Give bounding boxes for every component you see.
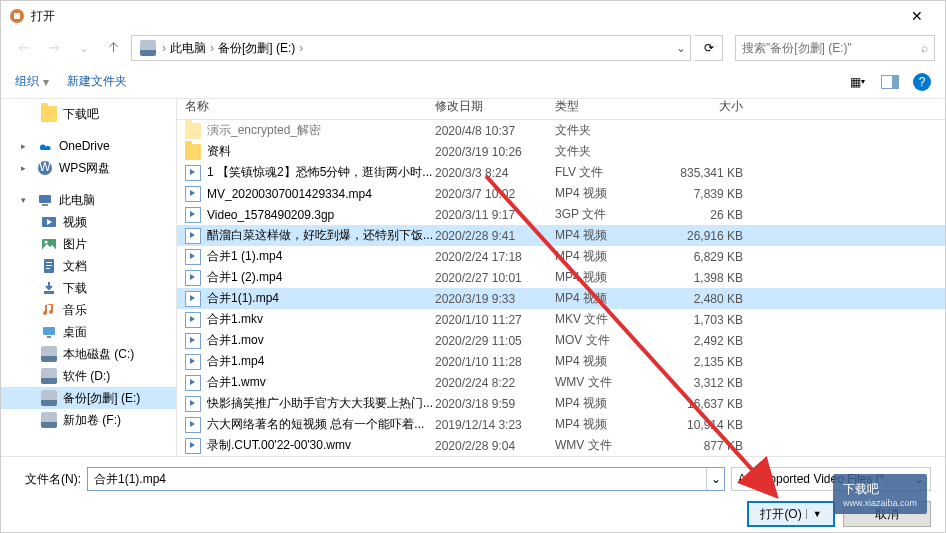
sidebar-item[interactable]: 软件 (D:) bbox=[1, 365, 176, 387]
file-size: 2,135 KB bbox=[655, 355, 755, 369]
file-row[interactable]: 合并1.mp42020/1/10 11:28MP4 视频2,135 KB bbox=[177, 351, 945, 372]
video-file-icon bbox=[185, 270, 201, 286]
file-row[interactable]: 演示_encrypted_解密2020/4/8 10:37文件夹 bbox=[177, 120, 945, 141]
file-date: 2020/3/3 8:24 bbox=[435, 166, 555, 180]
file-row[interactable]: 快影搞笑推广小助手官方大大我要上热门...2020/3/18 9:59MP4 视… bbox=[177, 393, 945, 414]
file-row[interactable]: 合并1 (1).mp42020/2/24 17:18MP4 视频6,829 KB bbox=[177, 246, 945, 267]
cancel-button[interactable]: 取消 bbox=[843, 501, 931, 527]
toolbar: 组织▾ 新建文件夹 ▦▾ ? bbox=[1, 65, 945, 99]
addr-dropdown-icon[interactable]: ⌄ bbox=[676, 41, 686, 55]
search-input[interactable] bbox=[742, 41, 921, 55]
col-type[interactable]: 类型 bbox=[555, 99, 655, 115]
sidebar-item-label: 本地磁盘 (C:) bbox=[63, 346, 134, 363]
filename-input[interactable] bbox=[88, 468, 706, 490]
col-date[interactable]: 修改日期 bbox=[435, 99, 555, 115]
video-file-icon bbox=[185, 312, 201, 328]
new-folder-button[interactable]: 新建文件夹 bbox=[67, 73, 127, 90]
organize-menu[interactable]: 组织 bbox=[15, 73, 39, 90]
file-size: 877 KB bbox=[655, 439, 755, 453]
file-type: MP4 视频 bbox=[555, 395, 655, 412]
file-row[interactable]: 合并1.mkv2020/1/10 11:27MKV 文件1,703 KB bbox=[177, 309, 945, 330]
file-size: 3,312 KB bbox=[655, 376, 755, 390]
video-file-icon bbox=[185, 438, 201, 454]
sidebar-item-label: 备份[勿删] (E:) bbox=[63, 390, 140, 407]
navbar: 🡠 🡢 ⌄ 🡡 › 此电脑 › 备份[勿删] (E:) › ⌄ ⟳ ⌕ bbox=[1, 31, 945, 65]
file-type: MP4 视频 bbox=[555, 248, 655, 265]
bottom-panel: 文件名(N): ⌄ All Supported Video Files (*. … bbox=[1, 456, 945, 533]
address-bar[interactable]: › 此电脑 › 备份[勿删] (E:) › ⌄ bbox=[131, 35, 691, 61]
sidebar-item-label: 软件 (D:) bbox=[63, 368, 110, 385]
sidebar-item[interactable]: ▸WWPS网盘 bbox=[1, 157, 176, 179]
video-file-icon bbox=[185, 207, 201, 223]
sidebar-item[interactable]: ▾此电脑 bbox=[1, 189, 176, 211]
view-options-button[interactable]: ▦▾ bbox=[847, 72, 867, 92]
sidebar-item[interactable]: 本地磁盘 (C:) bbox=[1, 343, 176, 365]
file-row[interactable]: 醋溜白菜这样做，好吃到爆，还特别下饭...2020/2/28 9:41MP4 视… bbox=[177, 225, 945, 246]
file-type: MP4 视频 bbox=[555, 353, 655, 370]
forward-button[interactable]: 🡢 bbox=[41, 35, 67, 61]
sidebar-item[interactable]: 图片 bbox=[1, 233, 176, 255]
file-type: 文件夹 bbox=[555, 143, 655, 160]
crumb-folder[interactable]: 备份[勿删] (E:) bbox=[216, 40, 297, 57]
file-name: 合并1(1).mp4 bbox=[207, 290, 435, 307]
file-row[interactable]: 合并1.wmv2020/2/24 8:22WMV 文件3,312 KB bbox=[177, 372, 945, 393]
file-row[interactable]: Video_1578490209.3gp2020/3/11 9:173GP 文件… bbox=[177, 204, 945, 225]
file-type: FLV 文件 bbox=[555, 164, 655, 181]
file-date: 2020/2/28 9:04 bbox=[435, 439, 555, 453]
file-row[interactable]: 六大网络著名的短视频 总有一个能吓着...2019/12/14 3:23MP4 … bbox=[177, 414, 945, 435]
file-date: 2020/2/28 9:41 bbox=[435, 229, 555, 243]
refresh-button[interactable]: ⟳ bbox=[695, 35, 723, 61]
search-box[interactable]: ⌕ bbox=[735, 35, 935, 61]
file-row[interactable]: 1 【笑镇惊魂2】恐怖5分钟，逛街两小时...2020/3/3 8:24FLV … bbox=[177, 162, 945, 183]
sidebar-item[interactable]: 视频 bbox=[1, 211, 176, 233]
filename-combo[interactable]: ⌄ bbox=[87, 467, 725, 491]
crumb-root[interactable]: 此电脑 bbox=[168, 40, 208, 57]
file-size: 10,914 KB bbox=[655, 418, 755, 432]
file-date: 2020/2/24 17:18 bbox=[435, 250, 555, 264]
file-row[interactable]: 资料2020/3/19 10:26文件夹 bbox=[177, 141, 945, 162]
sidebar-item[interactable]: 下载吧 bbox=[1, 103, 176, 125]
file-size: 2,492 KB bbox=[655, 334, 755, 348]
search-icon[interactable]: ⌕ bbox=[921, 41, 928, 55]
up-button[interactable]: 🡡 bbox=[101, 35, 127, 61]
file-list: 演示_encrypted_解密2020/4/8 10:37文件夹资料2020/3… bbox=[177, 120, 945, 456]
video-file-icon bbox=[185, 417, 201, 433]
file-row[interactable]: 合并1(1).mp42020/3/19 9:33MP4 视频2,480 KB bbox=[177, 288, 945, 309]
sidebar-item[interactable]: ▸OneDrive bbox=[1, 135, 176, 157]
file-row[interactable]: 录制.CUT.00'22-00'30.wmv2020/2/28 9:04WMV … bbox=[177, 435, 945, 456]
drive-icon bbox=[140, 40, 156, 56]
file-size: 1,398 KB bbox=[655, 271, 755, 285]
sidebar-item[interactable]: 新加卷 (F:) bbox=[1, 409, 176, 431]
filename-dropdown[interactable]: ⌄ bbox=[706, 468, 724, 490]
sidebar-item[interactable]: 桌面 bbox=[1, 321, 176, 343]
sidebar-item[interactable]: 备份[勿删] (E:) bbox=[1, 387, 176, 409]
open-button[interactable]: 打开(O) ▼ bbox=[747, 501, 835, 527]
sidebar-item[interactable]: 下载 bbox=[1, 277, 176, 299]
file-type: MP4 视频 bbox=[555, 290, 655, 307]
file-name: 醋溜白菜这样做，好吃到爆，还特别下饭... bbox=[207, 227, 435, 244]
preview-pane-button[interactable] bbox=[881, 75, 899, 89]
sidebar-item[interactable]: 音乐 bbox=[1, 299, 176, 321]
help-button[interactable]: ? bbox=[913, 73, 931, 91]
file-row[interactable]: 合并1 (2).mp42020/2/27 10:01MP4 视频1,398 KB bbox=[177, 267, 945, 288]
close-button[interactable]: ✕ bbox=[897, 8, 937, 24]
video-file-icon bbox=[185, 228, 201, 244]
svg-rect-14 bbox=[43, 327, 55, 335]
svg-text:W: W bbox=[39, 160, 51, 174]
sidebar-item[interactable]: 文档 bbox=[1, 255, 176, 277]
sidebar-item-label: 新加卷 (F:) bbox=[63, 412, 121, 429]
file-row[interactable]: 合并1.mov2020/2/29 11:05MOV 文件2,492 KB bbox=[177, 330, 945, 351]
file-size: 26 KB bbox=[655, 208, 755, 222]
file-type: MOV 文件 bbox=[555, 332, 655, 349]
col-name[interactable]: 名称 bbox=[185, 99, 435, 115]
filetype-filter[interactable]: All Supported Video Files (*. ⌄ bbox=[731, 467, 931, 491]
file-row[interactable]: MV_20200307001429334.mp42020/3/7 10:02MP… bbox=[177, 183, 945, 204]
file-size: 16,637 KB bbox=[655, 397, 755, 411]
col-size[interactable]: 大小 bbox=[655, 99, 755, 115]
column-headers[interactable]: 名称 修改日期 类型 大小 bbox=[177, 99, 945, 120]
file-name: 六大网络著名的短视频 总有一个能吓着... bbox=[207, 416, 435, 433]
back-button[interactable]: 🡠 bbox=[11, 35, 37, 61]
svg-point-8 bbox=[45, 241, 48, 244]
recent-dropdown[interactable]: ⌄ bbox=[71, 35, 97, 61]
filename-label: 文件名(N): bbox=[15, 471, 81, 488]
